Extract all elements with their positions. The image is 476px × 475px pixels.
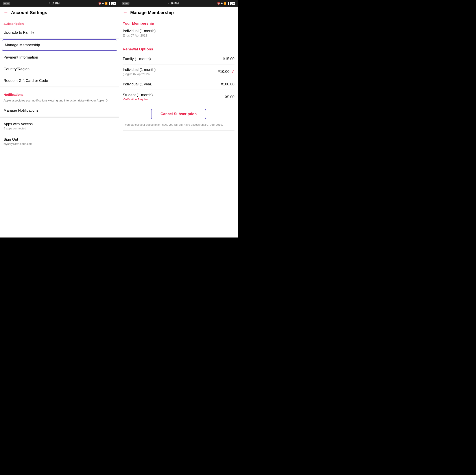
subscription-section-header: Subscription [0, 18, 119, 27]
signout-subtitle: mysery13@icloud.com [3, 142, 116, 146]
vpn-badge-left: 3 VPN [3, 2, 10, 5]
menu-item-manage-membership[interactable]: Manage Membership [2, 39, 117, 51]
menu-item-payment-information[interactable]: Payment Information [0, 52, 119, 63]
plan-price-student-1month: ¥5.00 [225, 95, 235, 99]
alarm-icon-r: ⏰ [217, 2, 220, 5]
wifi-icon: 📶 [104, 2, 108, 5]
plan-price-individual-1month: ¥10.00 [218, 69, 229, 74]
apps-subtitle: 5 apps connected [3, 127, 116, 130]
wifi-icon-r: 📶 [223, 2, 227, 5]
settings-content: Subscription Upgrade to Family Manage Me… [0, 18, 119, 149]
menu-item-sign-out[interactable]: Sign Out mysery13@icloud.com [0, 134, 119, 149]
right-nav-header: ← Manage Membership [119, 7, 238, 18]
cancel-btn-container: Cancel Subscription [123, 104, 235, 122]
left-nav-header: ← Account Settings [0, 7, 119, 18]
signal-icon: ▐▐ [108, 2, 112, 5]
time-right: 4:28 PM [168, 2, 179, 5]
cancel-subscription-button[interactable]: Cancel Subscription [151, 109, 206, 119]
right-status-bar: 3 VPN 4:28 PM ⏰ ✱ 📶 ▐▐ 70 [119, 0, 238, 7]
renewal-plan-individual-1month[interactable]: Individual (1 month) (Begins 07 Apr 2019… [123, 65, 235, 79]
plan-name-family-1month: Family (1 month) [123, 57, 223, 61]
left-status-bar: 3 VPN 4:10 PM ⏰ ✱ 📶 ▐▐ 70 [0, 0, 119, 7]
current-plan: Individual (1 month) Ends 07 Apr 2019 [123, 28, 235, 40]
menu-item-apps-access[interactable]: Apps with Access 5 apps connected [0, 119, 119, 134]
menu-item-redeem-gift[interactable]: Redeem Gift Card or Code [0, 75, 119, 87]
right-page-title: Manage Membership [130, 10, 174, 15]
your-membership-title: Your Membership [123, 18, 235, 28]
renewal-options-title: Renewal Options [123, 44, 235, 54]
notifications-description: Apple associates your notifications view… [0, 98, 119, 105]
right-icons-right: ⏰ ✱ 📶 ▐▐ 70 [217, 2, 235, 5]
plan-price-individual-1year: ¥100.00 [221, 82, 235, 86]
plan-verification-student: Verification Required [123, 98, 225, 101]
alarm-icon: ⏰ [98, 2, 101, 5]
renewal-plan-student-1month[interactable]: Student (1 month) Verification Required … [123, 90, 235, 104]
signal-icon-r: ▐▐ [227, 2, 231, 5]
plan-name-student-1month: Student (1 month) [123, 93, 225, 97]
current-plan-name: Individual (1 month) [123, 29, 235, 33]
renewal-section: Renewal Options Family (1 month) ¥15.00 … [123, 40, 235, 104]
menu-item-manage-notifications[interactable]: Manage Notifications [0, 105, 119, 117]
current-plan-date: Ends 07 Apr 2019 [123, 34, 235, 37]
cancel-note: If you cancel your subscription now, you… [123, 122, 235, 131]
plan-sub-individual-1month: (Begins 07 Apr 2019) [123, 72, 218, 76]
membership-content: Your Membership Individual (1 month) End… [119, 18, 238, 131]
menu-item-upgrade-family[interactable]: Upgrade to Family [0, 27, 119, 38]
time-left: 4:10 PM [49, 2, 59, 5]
back-button-left[interactable]: ← [3, 10, 8, 16]
left-page-title: Account Settings [11, 10, 47, 15]
back-button-right[interactable]: ← [123, 10, 128, 16]
menu-item-country-region[interactable]: Country/Region [0, 63, 119, 75]
plan-price-family-1month: ¥15.00 [223, 57, 235, 61]
renewal-plan-family-1month[interactable]: Family (1 month) ¥15.00 [123, 54, 235, 65]
battery-left: 70 [112, 2, 116, 5]
right-icons-left: ⏰ ✱ 📶 ▐▐ 70 [98, 2, 117, 5]
plan-name-individual-1month: Individual (1 month) [123, 68, 218, 72]
selected-checkmark: ✓ [231, 69, 235, 74]
bluetooth-icon: ✱ [102, 2, 104, 5]
battery-right: 70 [231, 2, 235, 5]
renewal-plan-individual-1year[interactable]: Individual (1 year) ¥100.00 [123, 79, 235, 90]
divider-2 [0, 117, 119, 118]
bluetooth-icon-r: ✱ [221, 2, 223, 5]
plan-name-individual-1year: Individual (1 year) [123, 82, 221, 86]
notifications-section-header: Notifications [0, 89, 119, 98]
vpn-badge-right: 3 VPN [122, 2, 129, 5]
